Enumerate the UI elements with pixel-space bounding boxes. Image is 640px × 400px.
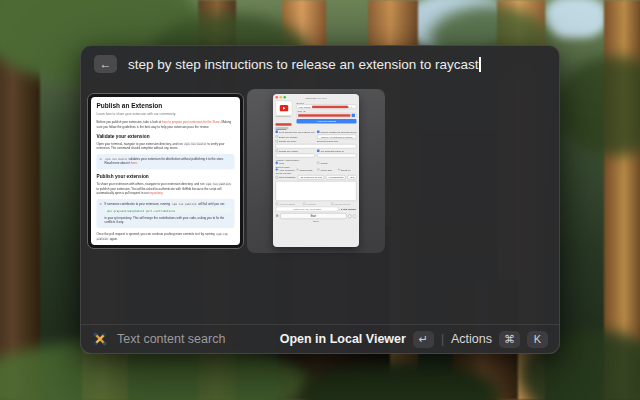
- doc-code-inline: npm run build: [183, 142, 206, 145]
- info-icon: ⓘ: [99, 157, 102, 162]
- option-label: Service sign: [320, 168, 332, 171]
- search-input[interactable]: step by step instructions to release an …: [128, 57, 481, 72]
- radio-icon: [317, 168, 319, 170]
- doc-code-inline: npm run publish: [171, 202, 197, 205]
- doc-text: Open your terminal, navigate to your ext…: [97, 142, 184, 145]
- doc-link: repository: [150, 191, 163, 194]
- text-cursor: [479, 57, 481, 72]
- doc-paragraph: Once the pull request is opened, you can…: [97, 232, 235, 241]
- idevice-dropdown: Apple iPhone ◧ ⟳ ⋯: [297, 105, 357, 110]
- checkbox-icon: [276, 135, 278, 137]
- search-mode-icon: [92, 331, 108, 347]
- radio-icon: [296, 168, 298, 170]
- doc-paragraph: Open your terminal, navigate to your ext…: [97, 141, 235, 150]
- option-label: Substitute: [306, 203, 316, 206]
- back-arrow-icon: ←: [100, 57, 112, 71]
- appleid-field: [297, 113, 357, 118]
- open-in-local-viewer-button[interactable]: Open in Local Viewer: [280, 332, 406, 346]
- doc-code-block: npx @raycast/api@latest pull-contributio…: [105, 207, 232, 213]
- doc-paragraph: To share your extension with others, nav…: [97, 182, 235, 195]
- return-key-badge[interactable]: ↵: [413, 331, 434, 348]
- k-key-badge[interactable]: K: [527, 331, 548, 348]
- console-icon: [348, 214, 352, 218]
- doc-text: again.: [109, 237, 118, 240]
- footer-bar: Text content search Open in Local Viewer…: [81, 324, 559, 353]
- option-label: Use automatic bundle ID: [320, 150, 344, 153]
- version-field: [276, 153, 316, 157]
- doc-heading-validate: Validate your extension: [97, 133, 235, 139]
- doc-heading-publish: Publish your extension: [97, 173, 235, 179]
- radio-icon: [276, 162, 278, 164]
- app-name-field: [276, 144, 357, 149]
- search-query-text: step by step instructions to release an …: [128, 57, 478, 72]
- youtube-icon: [280, 105, 289, 112]
- checkbox-icon: [276, 176, 278, 178]
- gear-icon: ⚙: [276, 214, 279, 218]
- tweak-button: +CydiaSubstrate: [326, 175, 346, 180]
- option-label: Change app version: [279, 150, 298, 153]
- advanced-options-button: Advanced Options: [297, 119, 357, 124]
- doc-paragraph: npm run build validates your extension f…: [105, 157, 232, 166]
- doc-text: Before you publish your extension, take …: [97, 121, 163, 124]
- doc-info-box: ⓘ If someone contributes to your extensi…: [97, 199, 235, 228]
- sideloadly-window: Sideloadly! v0.40.1 iDevice: [273, 94, 359, 247]
- redacted-scribble: [276, 123, 292, 125]
- bundle-field: [317, 153, 357, 157]
- checkbox-icon: [331, 203, 333, 205]
- app-icon-column: [276, 101, 295, 131]
- checkbox-icon: [276, 131, 278, 133]
- doc-title: Publish an Extension: [97, 102, 235, 110]
- window-titlebar: Sideloadly! v0.40.1: [276, 94, 357, 101]
- checkbox-icon: [276, 203, 278, 205]
- option-label: Apple ID Sideload: [279, 168, 295, 171]
- doc-info-box: ⓘ npm run build validates your extension…: [97, 154, 235, 169]
- sky-patch: [545, 0, 607, 38]
- settings-icon: [353, 214, 357, 218]
- start-button: Start: [280, 213, 346, 219]
- tweak-button: Add dylibs/.deb/.zip files: [298, 175, 324, 180]
- window-title: Sideloadly! v0.40.1: [276, 96, 357, 99]
- doc-paragraph: in your git repository. This will merge …: [105, 215, 232, 224]
- radio-icon: [317, 162, 319, 164]
- search-mode-label: Text content search: [117, 332, 225, 346]
- option-label: Inject dylibs/frameworks: [279, 176, 296, 179]
- option-label: Remove limitation on supported devices: [320, 131, 356, 134]
- search-bar: ← step by step instructions to release a…: [81, 46, 559, 82]
- cmd-key-badge[interactable]: ⌘: [499, 331, 520, 348]
- redacted-line: [276, 116, 291, 117]
- doc-paragraph: Before you publish your extension, take …: [97, 120, 235, 129]
- doc-code-inline: npm run publish: [205, 182, 231, 185]
- doc-subtitle: Learn how to share your extension with o…: [97, 111, 235, 116]
- doc-code-inline: npm run build: [105, 157, 128, 160]
- option-button: Remove App Extensions (Plugins): [317, 134, 357, 139]
- checkbox-icon: [303, 203, 305, 205]
- option-label: Local: [279, 162, 284, 165]
- doc-text: If someone contributes to your extension…: [105, 202, 172, 205]
- redacted-scribble: [312, 106, 348, 108]
- doc-paragraph: If someone contributes to your extension…: [105, 202, 232, 206]
- youtube-app-box: [276, 101, 293, 116]
- device-field-icons: ◧ ⟳ ⋯: [348, 106, 355, 109]
- foliage: [556, 56, 640, 156]
- radio-icon: [338, 168, 340, 170]
- option-label: Sideload Spoofer: [334, 203, 350, 206]
- checkbox-icon: [276, 140, 278, 142]
- option-label: Export IPA: [341, 168, 351, 171]
- launcher-panel: ← step by step instructions to release a…: [80, 45, 560, 354]
- doc-text: will fail until you run:: [197, 202, 225, 205]
- checkbox-icon: [317, 131, 319, 133]
- result-thumbnail-screenshot[interactable]: Sideloadly! v0.40.1 iDevice: [247, 89, 385, 253]
- doc-link: how to prepare your extension for the St…: [162, 121, 220, 124]
- option-label: +Cydia Substrate: [279, 203, 296, 206]
- back-button[interactable]: ←: [94, 55, 117, 73]
- option-label: Change app name: [279, 140, 297, 143]
- done-label: Done: [276, 220, 357, 223]
- result-thumbnail-docs[interactable]: Publish an Extension Learn how to share …: [87, 93, 244, 249]
- radio-icon: [276, 168, 278, 170]
- device-text: Apple iPhone: [298, 106, 311, 109]
- redacted-scribble: [298, 115, 351, 117]
- actions-button[interactable]: Actions: [451, 332, 492, 346]
- doc-text: .: [162, 191, 163, 194]
- option-label: Enable File Sharing: [279, 135, 298, 138]
- paid-label: $ Paid changes: [341, 208, 357, 211]
